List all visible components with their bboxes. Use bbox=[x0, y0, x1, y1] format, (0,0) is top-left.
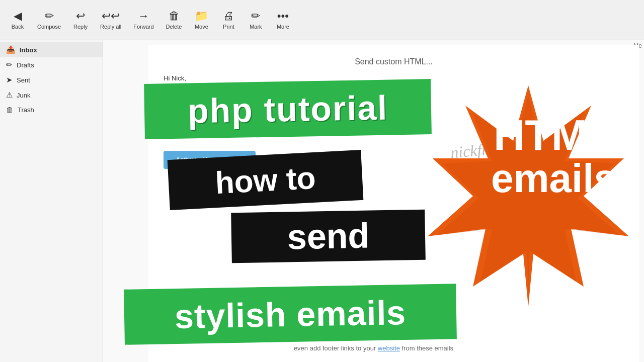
delete-button[interactable]: 🗑 Delete bbox=[161, 8, 187, 33]
footer-text: even add footer links to your bbox=[294, 344, 376, 352]
delete-icon: 🗑 bbox=[169, 11, 180, 22]
sidebar: 📥 Inbox ✏ Drafts ➤ Sent ⚠ Junk 🗑 Trash bbox=[0, 40, 103, 362]
stylish-banner: stylish emails bbox=[124, 284, 457, 345]
forward-label: Forward bbox=[133, 24, 153, 30]
send-banner: send bbox=[231, 210, 426, 263]
sent-icon: ➤ bbox=[6, 75, 13, 84]
php-tutorial-text: php tutorial bbox=[187, 88, 388, 131]
content-area: Me Send custom HTML... Hi Nick, You can … bbox=[103, 40, 644, 362]
forward-button[interactable]: → Forward bbox=[128, 8, 158, 33]
move-button[interactable]: 📁 Move bbox=[189, 8, 214, 33]
print-button[interactable]: 🖨 Print bbox=[216, 8, 241, 33]
main-layout: 📥 Inbox ✏ Drafts ➤ Sent ⚠ Junk 🗑 Trash M… bbox=[0, 40, 644, 362]
php-tutorial-banner: php tutorial bbox=[144, 79, 432, 139]
reply-button[interactable]: ↩ Reply bbox=[68, 8, 93, 33]
sidebar-item-inbox[interactable]: 📥 Inbox bbox=[0, 42, 103, 57]
print-icon: 🖨 bbox=[223, 11, 234, 22]
compose-icon: ✏ bbox=[45, 11, 54, 22]
inbox-icon: 📥 bbox=[6, 45, 16, 54]
footer-end: from these emails bbox=[402, 344, 454, 352]
inbox-label: Inbox bbox=[20, 46, 37, 54]
sidebar-item-junk[interactable]: ⚠ Junk bbox=[0, 87, 103, 103]
compose-label: Compose bbox=[37, 24, 61, 30]
howto-text: how to bbox=[214, 159, 316, 200]
toolbar: ◀ Back ✏ Compose ↩ Reply ↩↩ Reply all → … bbox=[0, 0, 644, 40]
sidebar-item-sent[interactable]: ➤ Sent bbox=[0, 72, 103, 87]
sent-label: Sent bbox=[17, 76, 30, 84]
stylish-text: stylish emails bbox=[174, 293, 406, 336]
junk-label: Junk bbox=[17, 92, 30, 99]
delete-label: Delete bbox=[166, 24, 182, 30]
mark-button[interactable]: ✏ Mark bbox=[243, 8, 268, 33]
html-text: HTML bbox=[491, 113, 616, 156]
html-emails-overlay: HTML emails bbox=[491, 113, 616, 201]
trash-icon: 🗑 bbox=[6, 106, 14, 114]
emails-text: emails bbox=[491, 156, 616, 201]
more-label: More bbox=[277, 24, 289, 30]
reply-label: Reply bbox=[73, 24, 88, 30]
footer-link[interactable]: website bbox=[378, 344, 400, 352]
reply-all-label: Reply all bbox=[100, 24, 121, 30]
mark-label: Mark bbox=[250, 24, 262, 30]
mark-icon: ✏ bbox=[251, 11, 260, 22]
send-text: send bbox=[287, 216, 370, 257]
sidebar-item-drafts[interactable]: ✏ Drafts bbox=[0, 57, 103, 72]
back-button[interactable]: ◀ Back bbox=[5, 8, 30, 33]
email-subject: Send custom HTML... bbox=[164, 55, 624, 68]
howto-banner: how to bbox=[168, 150, 364, 210]
move-icon: 📁 bbox=[195, 11, 208, 22]
more-button[interactable]: ••• More bbox=[270, 8, 295, 33]
drafts-icon: ✏ bbox=[6, 60, 13, 69]
back-icon: ◀ bbox=[14, 11, 22, 22]
sidebar-item-trash[interactable]: 🗑 Trash bbox=[0, 103, 103, 117]
junk-icon: ⚠ bbox=[6, 90, 13, 100]
reply-all-button[interactable]: ↩↩ Reply all bbox=[95, 8, 126, 33]
more-icon: ••• bbox=[277, 11, 289, 22]
drafts-label: Drafts bbox=[17, 61, 34, 69]
compose-button[interactable]: ✏ Compose bbox=[32, 8, 66, 33]
reply-all-icon: ↩↩ bbox=[102, 11, 120, 22]
back-label: Back bbox=[12, 24, 24, 30]
reply-icon: ↩ bbox=[76, 11, 85, 22]
trash-label: Trash bbox=[18, 106, 34, 114]
email-footer: even add footer links to your website fr… bbox=[103, 344, 644, 352]
move-label: Move bbox=[195, 24, 208, 30]
forward-icon: → bbox=[138, 11, 149, 22]
print-label: Print bbox=[223, 24, 234, 30]
